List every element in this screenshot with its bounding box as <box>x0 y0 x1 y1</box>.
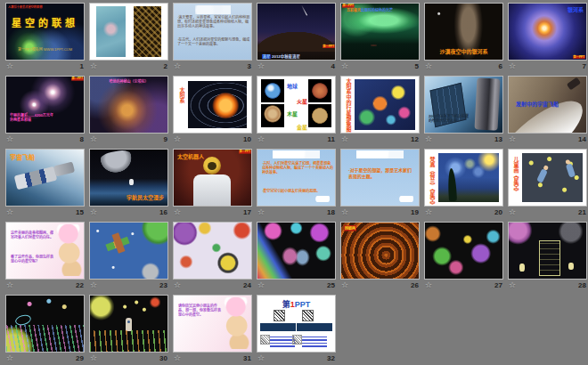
slide-number: 14 <box>578 135 586 143</box>
transition-star-icon[interactable]: ☆ <box>257 354 265 362</box>
slide-13-caption: 2003年从航天飞机上拍摄的哈勃太空望远镜 <box>429 114 482 123</box>
transition-star-icon[interactable]: ☆ <box>509 208 516 216</box>
slide-number: 30 <box>159 354 167 362</box>
transition-star-icon[interactable]: ☆ <box>257 281 265 289</box>
transition-star-icon[interactable]: ☆ <box>509 281 516 289</box>
slide-sorter-grid: 人教版十册美术星空的联想 星空的联想 第一PPT模板网 WWW.1PPT.COM… <box>5 3 588 365</box>
slide-24-thumbnail[interactable] <box>173 222 252 280</box>
slide-11-thumbnail[interactable]: 地球 火星 木星 金星 <box>257 76 336 134</box>
transition-star-icon[interactable]: ☆ <box>174 208 181 216</box>
transition-star-icon[interactable]: ☆ <box>425 208 432 216</box>
slide-number: 21 <box>578 208 586 216</box>
transition-star-icon[interactable]: ☆ <box>509 62 516 70</box>
qr-code <box>274 310 285 321</box>
transition-star-icon[interactable]: ☆ <box>90 208 97 216</box>
slide-18-thumbnail[interactable]: ·古时，人们对星空充满了幻想，把星星想象成各种动物和人物，编成了一个个美丽动人的… <box>257 149 336 207</box>
slide-32-thumbnail[interactable]: 第1PPT <box>257 295 336 353</box>
slide-12-side-label: 太阳系中的行星想象图 <box>346 78 351 132</box>
slide-5-thumbnail[interactable]: 五彩极光出现时的绿色的光芒 第一PPT <box>340 3 420 61</box>
slide-number: 22 <box>76 281 84 289</box>
slide-3-thumbnail[interactable]: ·满天繁星，斗转星移，常常引起人们的种种遐想，有时还把星星想象成各种动物和人物，… <box>173 3 252 61</box>
slide-31-thumbnail[interactable]: 请你欣赏其他小朋友的作品，想一想，你准备怎样表现心中的星空。 <box>173 295 252 353</box>
slide-21-thumbnail[interactable]: 儿童画《星空》 <box>508 149 587 207</box>
slide-number: 9 <box>164 135 167 143</box>
slide-21-side-label: 儿童画《星空》 <box>513 157 519 194</box>
transition-star-icon[interactable]: ☆ <box>6 354 13 362</box>
transition-star-icon[interactable]: ☆ <box>425 62 432 70</box>
transition-star-icon[interactable]: ☆ <box>6 135 13 143</box>
transition-star-icon[interactable]: ☆ <box>90 354 97 362</box>
slide-6-caption: 沙漠夜空中的银河系 <box>425 47 502 55</box>
slide-number: 15 <box>76 208 84 216</box>
meteor-label: 流星 <box>262 54 271 59</box>
slide-number: 10 <box>243 135 251 143</box>
slide-22-thumbnail[interactable]: 这些美丽的故事和图画，都寄托着人们对星空的向往。 看了这些作品，你想怎样表现心中… <box>5 222 85 280</box>
slide-16-thumbnail[interactable]: 宇航员太空漫步 <box>89 149 168 207</box>
slide-14-thumbnail[interactable]: 发射中的宇宙飞船 <box>508 76 587 134</box>
slide-5-caption: 五彩极光出现时的绿色的光芒 <box>347 7 393 12</box>
transition-star-icon[interactable]: ☆ <box>257 135 265 143</box>
slide-25-thumbnail[interactable] <box>257 222 336 280</box>
slide-17-thumbnail[interactable]: 太空机器人 第一PPT <box>173 149 252 207</box>
transition-star-icon[interactable]: ☆ <box>6 208 13 216</box>
children-starry-painting <box>522 153 583 202</box>
transition-star-icon[interactable]: ☆ <box>425 135 432 143</box>
transition-star-icon[interactable]: ☆ <box>174 62 181 70</box>
slide-4-thumbnail[interactable]: 流星2012中秋夜流星 第一PPT <box>257 3 336 61</box>
slide-15-thumbnail[interactable]: 宇宙飞船 <box>5 149 85 207</box>
slide-30-thumbnail[interactable] <box>89 295 168 353</box>
transition-star-icon[interactable]: ☆ <box>6 62 13 70</box>
transition-star-icon[interactable]: ☆ <box>509 135 516 143</box>
transition-star-icon[interactable]: ☆ <box>341 281 348 289</box>
slide-10-thumbnail[interactable]: 太阳系 <box>173 76 252 134</box>
transition-star-icon[interactable]: ☆ <box>257 208 265 216</box>
slide-meta: ☆ 14 <box>508 134 587 145</box>
slide-7-thumbnail[interactable]: 银河系 第一PPT <box>508 3 587 61</box>
slide-19-thumbnail[interactable]: ·对于星空的想望，那是艺术家们表现的主题。 <box>340 149 420 207</box>
slide-meta: ☆ 29 <box>5 353 85 364</box>
transition-star-icon[interactable]: ☆ <box>6 281 13 289</box>
slide-8-thumbnail[interactable]: 华丽的邂逅——6200万光年外两星系相撞 第一PPT <box>5 76 85 134</box>
slide-12-thumbnail[interactable]: 太阳系中的行星想象图 <box>340 76 420 134</box>
qr-code <box>302 310 314 321</box>
transition-star-icon[interactable]: ☆ <box>174 135 181 143</box>
slide-23-thumbnail[interactable] <box>89 222 168 280</box>
slide-27-thumbnail[interactable] <box>424 222 503 280</box>
transition-star-icon[interactable]: ☆ <box>90 135 97 143</box>
slide-cell: 梵高（荷兰）《星空》 ☆ 20 <box>424 149 508 222</box>
transition-star-icon[interactable]: ☆ <box>341 135 348 143</box>
slide-cell: ·满天繁星，斗转星移，常常引起人们的种种遐想，有时还把星星想象成各种动物和人物，… <box>173 3 257 76</box>
slide-9-thumbnail[interactable]: 哈勃的神秘山（尘埃柱） <box>89 76 168 134</box>
slide-meta: ☆ 5 <box>340 61 420 72</box>
transition-star-icon[interactable]: ☆ <box>425 281 432 289</box>
slide-number: 11 <box>328 135 335 143</box>
venus-photo <box>308 104 331 127</box>
transition-star-icon[interactable]: ☆ <box>257 62 265 70</box>
slide-20-thumbnail[interactable]: 梵高（荷兰）《星空》 <box>424 149 503 207</box>
slide-13-thumbnail[interactable]: 2003年从航天飞机上拍摄的哈勃太空望远镜 <box>424 76 503 134</box>
transition-star-icon[interactable]: ☆ <box>90 281 97 289</box>
slide-meta: ☆ 16 <box>89 207 168 218</box>
transition-star-icon[interactable]: ☆ <box>341 62 348 70</box>
slide-26-thumbnail[interactable]: 刮蜡画 <box>340 222 420 280</box>
transition-star-icon[interactable]: ☆ <box>90 62 97 70</box>
slide-1-thumbnail[interactable]: 人教版十册美术星空的联想 星空的联想 第一PPT模板网 WWW.1PPT.COM <box>5 3 85 61</box>
scratch-building-art <box>539 240 560 276</box>
slide-meta: ☆ 24 <box>173 280 252 291</box>
slide-28-thumbnail[interactable] <box>508 222 587 280</box>
slide-number: 16 <box>159 208 167 216</box>
slide-meta: ☆ 30 <box>89 353 168 364</box>
slide-29-thumbnail[interactable] <box>5 295 85 353</box>
venus-label: 金星 <box>297 123 307 131</box>
slide-6-thumbnail[interactable]: 沙漠夜空中的银河系 <box>424 3 503 61</box>
slide-meta: ☆ 26 <box>340 280 420 291</box>
slide-15-caption: 宇宙飞船 <box>10 152 35 161</box>
slide-meta: ☆ 31 <box>173 353 252 364</box>
slide-number: 20 <box>494 208 502 216</box>
slide-16-caption: 宇航员太空漫步 <box>127 193 164 201</box>
transition-star-icon[interactable]: ☆ <box>341 208 348 216</box>
slide-2-thumbnail[interactable] <box>89 3 168 61</box>
transition-star-icon[interactable]: ☆ <box>174 281 181 289</box>
slide-number: 23 <box>159 281 167 289</box>
transition-star-icon[interactable]: ☆ <box>174 354 181 362</box>
